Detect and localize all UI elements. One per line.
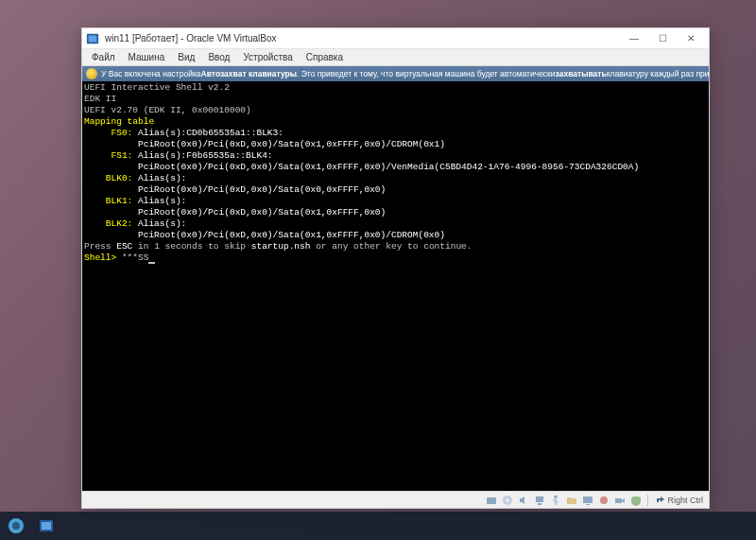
svg-point-9 [600,496,608,504]
fs1-label: FS1: [84,150,132,161]
info-bold-2: захватывать [556,69,607,78]
host-taskbar [0,512,756,540]
blk1-path: PciRoot(0x0)/Pci(0xD,0x0)/Sata(0x1,0xFFF… [84,207,386,218]
lightbulb-icon [86,68,97,79]
menu-devices[interactable]: Устройства [237,50,298,64]
esc-key: ESC [116,241,132,252]
blk2-path: PciRoot(0x0)/Pci(0xD,0x0)/Sata(0x1,0xFFF… [84,230,445,240]
network-icon[interactable] [533,494,546,507]
fs1-path: PciRoot(0x0)/Pci(0xD,0x0)/Sata(0x1,0xFFF… [84,162,639,172]
fs0-alias: Alias(s):CD0b65535a1::BLK3: [132,128,284,138]
blk1-alias: Alias(s): [132,196,186,206]
info-text-1: У Вас включена настройка [101,69,201,78]
press-suffix: or any other key to continue. [310,241,472,252]
shell-header2: EDK II [84,94,116,104]
titlebar[interactable]: win11 [Работает] - Oracle VM VirtualBox … [82,28,709,49]
maximize-button[interactable]: ☐ [648,29,677,48]
blk0-path: PciRoot(0x0)/Pci(0xD,0x0)/Sata(0x0,0xFFF… [84,184,386,195]
svg-point-4 [507,498,509,501]
folder-icon[interactable] [565,494,578,507]
blk2-alias: Alias(s): [132,218,186,229]
menu-file[interactable]: Файл [86,50,121,64]
audio-icon[interactable] [517,494,530,507]
menu-help[interactable]: Справка [301,50,349,64]
hostkey-label: Right Ctrl [667,496,703,505]
vm-window: win11 [Работает] - Oracle VM VirtualBox … [81,27,710,509]
display-icon[interactable] [581,494,594,507]
menu-input[interactable]: Ввод [202,50,235,64]
record-icon[interactable] [597,494,610,507]
shell-prompt: Shell> [84,253,122,263]
start-menu-icon[interactable] [4,514,28,538]
shell-header1: UEFI Interactive Shell v2.2 [84,82,230,93]
uefi-shell-terminal[interactable]: UEFI Interactive Shell v2.2 EDK II UEFI … [82,81,709,491]
info-text-3: клавиатуру каждый раз при переключении [607,69,709,78]
disk-icon[interactable] [485,494,498,507]
press-mid: in 1 seconds to skip [132,241,250,252]
info-bold-1: Автозахват клавиатуры [201,69,297,78]
usb-icon[interactable] [549,494,562,507]
blk2-label: BLK2: [84,218,132,229]
startup-nsh: startup.nsh [251,241,311,252]
press-prefix: Press [84,241,116,252]
status-separator [647,495,648,506]
virtualbox-taskbar-icon[interactable] [34,514,59,538]
svg-rect-5 [536,496,543,502]
minimize-button[interactable]: — [620,29,648,48]
text-cursor [148,262,155,264]
fs1-alias: Alias(s):F0b65535a::BLK4: [132,150,272,161]
window-title: win11 [Работает] - Oracle VM VirtualBox [105,33,620,44]
fs0-label: FS0: [84,128,132,138]
menu-view[interactable]: Вид [172,50,200,64]
svg-rect-7 [583,496,593,503]
svg-rect-1 [89,35,97,42]
virtualbox-icon [86,32,99,45]
host-key-indicator[interactable]: Right Ctrl [653,496,705,505]
menu-machine[interactable]: Машина [123,50,171,64]
close-button[interactable]: ✕ [677,29,705,48]
svg-rect-10 [615,498,622,503]
svg-rect-6 [538,503,541,505]
shell-input: ***SS [122,253,149,263]
svg-rect-8 [586,504,590,505]
menubar: Файл Машина Вид Ввод Устройства Справка [82,49,709,66]
mapping-table-title: Mapping table [84,116,154,127]
cd-icon[interactable] [501,494,514,507]
shell-header3: UEFI v2.70 (EDK II, 0x00010000) [84,105,251,115]
blk0-alias: Alias(s): [132,173,186,183]
mouse-capture-icon[interactable] [629,494,643,507]
info-text-2: . Это приведет к тому, что виртуальная м… [297,69,556,78]
statusbar: Right Ctrl [82,491,709,508]
hostkey-arrow-icon [655,496,664,505]
blk0-label: BLK0: [84,173,132,183]
info-bar: У Вас включена настройка Автозахват клав… [82,66,709,81]
svg-rect-2 [487,497,496,504]
fs0-path: PciRoot(0x0)/Pci(0xD,0x0)/Sata(0x1,0xFFF… [84,139,445,149]
camera-icon[interactable] [613,494,627,507]
blk1-label: BLK1: [84,196,132,206]
svg-rect-13 [42,522,51,530]
